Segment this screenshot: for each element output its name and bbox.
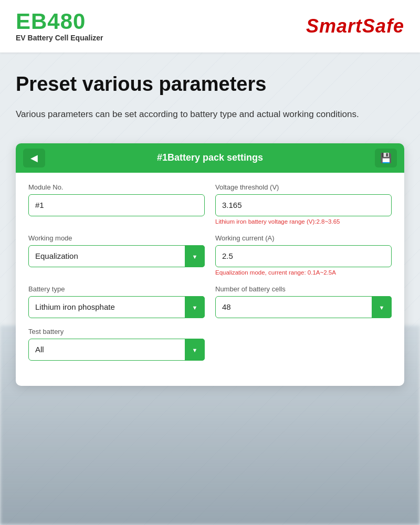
brand-subtitle: EV Battery Cell Equalizer (16, 34, 103, 42)
module-no-label: Module No. (28, 183, 205, 191)
main-content: Preset various parameters Various parame… (0, 52, 420, 417)
brand-right: SmartSafe (306, 15, 404, 37)
working-mode-select[interactable]: Equalization (28, 245, 205, 267)
empty-filler (215, 328, 392, 361)
num-cells-label: Number of battery cells (215, 285, 392, 293)
form-body: Module No. Voltage threshold (V) Lithium… (16, 173, 404, 386)
test-battery-select-wrapper: All (28, 339, 205, 361)
num-cells-select[interactable]: 48 (215, 296, 392, 318)
test-battery-group: Test battery All (28, 328, 205, 361)
form-header: ◀ #1Battery pack settings 💾 (16, 143, 404, 173)
voltage-threshold-group: Voltage threshold (V) Lithium iron batte… (215, 183, 392, 225)
test-battery-label: Test battery (28, 328, 205, 335)
page-heading: Preset various parameters (16, 74, 404, 96)
battery-type-group: Battery type Lithium iron phosphate (28, 285, 205, 318)
working-mode-label: Working mode (28, 234, 205, 242)
brand-title: EB480 (16, 10, 103, 33)
num-cells-group: Number of battery cells 48 (215, 285, 392, 318)
working-mode-group: Working mode Equalization (28, 234, 205, 276)
form-row-3: Battery type Lithium iron phosphate Numb… (28, 285, 392, 318)
num-cells-select-wrapper: 48 (215, 296, 392, 318)
header: EB480 EV Battery Cell Equalizer SmartSaf… (0, 0, 420, 52)
module-no-group: Module No. (28, 183, 205, 225)
battery-type-label: Battery type (28, 285, 205, 293)
save-icon: 💾 (380, 152, 392, 164)
voltage-threshold-input[interactable] (215, 194, 392, 216)
battery-type-select[interactable]: Lithium iron phosphate (28, 296, 205, 318)
current-hint: Equalization mode, current range: 0.1A~2… (215, 269, 392, 276)
form-row-2: Working mode Equalization Working curren… (28, 234, 392, 276)
battery-type-select-wrapper: Lithium iron phosphate (28, 296, 205, 318)
working-current-group: Working current (A) Equalization mode, c… (215, 234, 392, 276)
voltage-hint: Lithium iron battery voltage range (V):2… (215, 218, 392, 225)
working-mode-select-wrapper: Equalization (28, 245, 205, 267)
back-icon: ◀ (30, 152, 38, 164)
working-current-label: Working current (A) (215, 234, 392, 242)
test-battery-select[interactable]: All (28, 339, 205, 361)
voltage-threshold-label: Voltage threshold (V) (215, 183, 392, 191)
brand-left: EB480 EV Battery Cell Equalizer (16, 10, 103, 42)
back-button[interactable]: ◀ (23, 149, 45, 167)
form-row-4: Test battery All (28, 328, 392, 361)
form-card: ◀ #1Battery pack settings 💾 Module No. V… (16, 143, 404, 386)
smartsafe-logo: SmartSafe (306, 15, 404, 37)
save-button[interactable]: 💾 (375, 149, 397, 167)
working-current-input[interactable] (215, 245, 392, 267)
module-no-input[interactable] (28, 194, 205, 216)
form-row-1: Module No. Voltage threshold (V) Lithium… (28, 183, 392, 225)
page-description: Various parameters can be set according … (16, 107, 394, 122)
form-title: #1Battery pack settings (45, 152, 375, 163)
